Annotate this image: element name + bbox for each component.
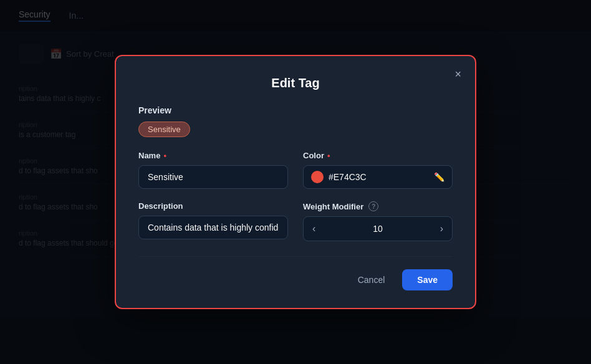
color-label: Color •: [303, 151, 453, 160]
edit-tag-modal: × Edit Tag Preview Sensitive Name •: [115, 55, 476, 309]
modal-divider: [138, 256, 453, 257]
color-edit-icon[interactable]: ✏️: [434, 172, 444, 182]
save-button[interactable]: Save: [402, 269, 453, 290]
color-swatch: [311, 171, 324, 183]
name-required-dot: •: [163, 151, 166, 160]
modal-close-button[interactable]: ×: [452, 66, 464, 82]
weight-increment-button[interactable]: ›: [431, 217, 452, 241]
modal-footer: Cancel Save: [138, 269, 453, 290]
preview-label: Preview: [138, 105, 453, 115]
form-grid: Name • Color • #E74C3C ✏️: [138, 151, 453, 241]
description-label: Description: [138, 201, 288, 211]
preview-section: Preview Sensitive: [138, 105, 453, 137]
modal-wrapper: × Edit Tag Preview Sensitive Name •: [0, 0, 591, 364]
description-input[interactable]: [138, 216, 288, 239]
modal-title: Edit Tag: [138, 76, 453, 90]
description-group: Description: [138, 201, 288, 241]
tag-preview-text: Sensitive: [148, 125, 181, 134]
weight-help-icon[interactable]: ?: [368, 201, 378, 211]
color-hex-value: #E74C3C: [329, 172, 429, 182]
weight-group: Weight Modifier ? ‹ 10 ›: [303, 201, 453, 241]
tag-preview: Sensitive: [138, 122, 190, 137]
name-group: Name •: [138, 151, 288, 189]
weight-control: ‹ 10 ›: [303, 216, 453, 241]
weight-value: 10: [324, 224, 431, 234]
name-label: Name •: [138, 151, 288, 160]
name-input[interactable]: [138, 165, 288, 189]
color-required-dot: •: [327, 151, 330, 160]
cancel-button[interactable]: Cancel: [348, 270, 395, 290]
weight-label: Weight Modifier ?: [303, 201, 453, 211]
weight-decrement-button[interactable]: ‹: [304, 217, 324, 241]
color-group: Color • #E74C3C ✏️: [303, 151, 453, 189]
color-input-row[interactable]: #E74C3C ✏️: [303, 165, 453, 189]
